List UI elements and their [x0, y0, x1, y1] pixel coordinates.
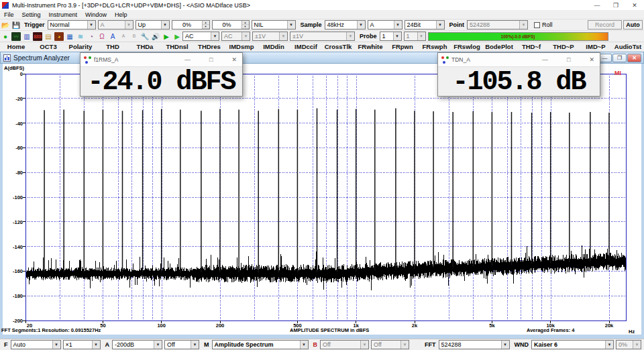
- tab-frwhite[interactable]: FRwhite: [354, 42, 386, 52]
- tab-crosstlk[interactable]: CrossTlk: [322, 42, 354, 52]
- overlap-select[interactable]: 0%▼: [616, 340, 641, 349]
- data-logger-icon[interactable]: ▦: [65, 32, 74, 41]
- ddp-maximize-button[interactable]: □: [209, 56, 213, 63]
- ddp-maximize-button[interactable]: □: [567, 56, 570, 63]
- spectrum-3d-icon[interactable]: ▤: [44, 32, 53, 41]
- sound-output-icon[interactable]: 🔊: [151, 32, 160, 41]
- waterfall-icon[interactable]: ◕: [54, 32, 64, 41]
- run-icon[interactable]: ●: [1, 32, 10, 41]
- tab-thdnsl[interactable]: THDnsl: [161, 42, 193, 52]
- tab-imdccif[interactable]: IMDccif: [290, 42, 322, 52]
- tab-frswlog[interactable]: FRswlog: [451, 42, 483, 52]
- tab-imdsmp[interactable]: IMDsmp: [225, 42, 258, 52]
- play-icon[interactable]: ▶: [162, 32, 171, 41]
- child-restore-button[interactable]: ❐: [612, 54, 627, 62]
- tab-thd~f[interactable]: THD~f: [515, 42, 547, 52]
- ddp-minimize-button[interactable]: —: [184, 56, 191, 63]
- sampling-rate-select[interactable]: 48kHz▼: [325, 20, 366, 30]
- tab-bodeplot[interactable]: BodePlot: [483, 42, 515, 52]
- a-label: A: [105, 341, 110, 348]
- ddp-window-f1rms-titlebar[interactable]: f1RMS_A — □ ✕: [80, 53, 242, 67]
- oscilloscope-icon[interactable]: 〰: [11, 32, 21, 41]
- auto-button[interactable]: Auto: [623, 20, 643, 30]
- coupling-a-select[interactable]: AC▼: [182, 32, 219, 41]
- device-test-plan-icon[interactable]: ◔: [87, 32, 96, 41]
- tab-home[interactable]: Home: [0, 42, 32, 52]
- minimize-button[interactable]: —: [588, 2, 606, 9]
- trigger-hpf-select[interactable]: NIL▼: [252, 20, 296, 30]
- a-option-select[interactable]: Off▼: [164, 340, 199, 349]
- tab-imddin[interactable]: IMDdin: [258, 42, 290, 52]
- range-a-select[interactable]: ±1V▼: [252, 32, 288, 41]
- input-a-icon[interactable]: A: [108, 32, 117, 41]
- tab-frpwn[interactable]: FRpwn: [386, 42, 419, 52]
- sampling-points-select[interactable]: 524288▼: [467, 20, 528, 30]
- point-label: Point: [449, 21, 465, 28]
- multimeter-icon[interactable]: 888: [33, 32, 42, 41]
- close-button[interactable]: ✕: [625, 2, 644, 9]
- b-option-select[interactable]: Off▼: [371, 340, 409, 349]
- tab-thd[interactable]: THD: [97, 42, 129, 52]
- x-tick-label: 1k: [354, 323, 359, 329]
- coupling-b-select[interactable]: AC▼: [221, 32, 250, 41]
- menu-help[interactable]: Help: [111, 11, 131, 18]
- play-loop-icon[interactable]: ▶: [172, 32, 182, 41]
- freq-axis-select[interactable]: Auto▼: [11, 340, 61, 349]
- a-range-select[interactable]: -200dB▼: [112, 340, 162, 349]
- ddp-minimize-button[interactable]: —: [542, 56, 548, 63]
- tab-thd~p[interactable]: THD~P: [547, 42, 580, 52]
- maximize-button[interactable]: ❐: [606, 2, 625, 9]
- ddp-icon: [441, 56, 449, 64]
- ddp-close-button[interactable]: ✕: [231, 56, 237, 63]
- trigger-mode-select[interactable]: Normal▼: [48, 20, 96, 30]
- sampling-bits-select[interactable]: 24Bit▼: [405, 20, 445, 30]
- display-mode-select[interactable]: Amplitude Spectrum▼: [212, 340, 309, 349]
- child-close-button[interactable]: ✕: [627, 54, 641, 62]
- probe-label: Probe: [360, 33, 377, 40]
- probe-a-icon[interactable]: ᴬ: [119, 32, 128, 41]
- ddp-window-f1rms[interactable]: f1RMS_A — □ ✕ -24.0 dBFS: [80, 52, 243, 97]
- tab-thdres[interactable]: THDres: [193, 42, 225, 52]
- y-tick-label: -40: [3, 120, 23, 126]
- fft-points-select[interactable]: 524288▼: [439, 340, 510, 349]
- record-button[interactable]: Record: [588, 20, 622, 30]
- tab-polarity[interactable]: Polarity: [64, 42, 97, 52]
- y-tick-label: -100: [3, 194, 23, 200]
- freq-multiplier-select[interactable]: ×1▼: [63, 340, 101, 349]
- trigger-source-select[interactable]: A▼: [98, 20, 133, 30]
- b-range-select[interactable]: Off▼: [320, 340, 369, 349]
- ddp-window-title: f1RMS_A: [94, 56, 118, 63]
- trigger-delay-spinner[interactable]: 0%▲▼: [212, 20, 250, 30]
- sampling-channel-select[interactable]: A▼: [368, 20, 402, 30]
- menu-setting[interactable]: Setting: [18, 11, 45, 18]
- menu-file[interactable]: File: [0, 11, 18, 18]
- roll-checkbox[interactable]: [534, 22, 540, 28]
- tab-thda[interactable]: THDa: [129, 42, 161, 52]
- spectrum-analyzer-icon[interactable]: ▥: [22, 32, 32, 41]
- calibration-icon[interactable]: 🔧: [140, 32, 150, 41]
- spectrum-chart[interactable]: [0, 64, 644, 335]
- menu-instrument[interactable]: Instrument: [45, 11, 82, 18]
- ddp-window-tdn-titlebar[interactable]: TDN_A — □ ✕: [438, 53, 600, 67]
- menu-window[interactable]: Window: [81, 11, 111, 18]
- spectrum-plot[interactable]: A(dBFS) MI FFT Segments:1 Resolution: 0.…: [0, 64, 644, 335]
- probe-b-icon[interactable]: ᴮ: [129, 32, 139, 41]
- open-icon[interactable]: 📂: [1, 21, 10, 30]
- probe-a-select[interactable]: 1▼: [380, 32, 402, 41]
- tab-audiotst[interactable]: AudioTst: [612, 42, 644, 52]
- probe-b-select[interactable]: 1▼: [404, 32, 426, 41]
- signal-generator-icon[interactable]: ≋: [76, 32, 85, 41]
- menubar: FileSettingInstrumentWindowHelp: [0, 10, 644, 19]
- tab-oct3[interactable]: OCT3: [32, 42, 64, 52]
- wnd-function-select[interactable]: Kaiser 6▼: [531, 340, 614, 349]
- ddp-close-button[interactable]: ✕: [589, 56, 594, 63]
- range-b-select[interactable]: ±1V▼: [290, 32, 355, 41]
- lcr-meter-icon[interactable]: Ω: [97, 32, 107, 41]
- ddp-window-tdn[interactable]: TDN_A — □ ✕ -105.8 dB: [437, 52, 600, 97]
- trigger-level-spinner[interactable]: 0%▲▼: [172, 20, 210, 30]
- mi-logo: MI: [614, 70, 621, 76]
- trigger-edge-select[interactable]: Up▼: [136, 20, 170, 30]
- tab-imd~p[interactable]: IMD~P: [580, 42, 612, 52]
- save-icon[interactable]: 💾: [11, 21, 21, 30]
- tab-frswph[interactable]: FRswph: [419, 42, 451, 52]
